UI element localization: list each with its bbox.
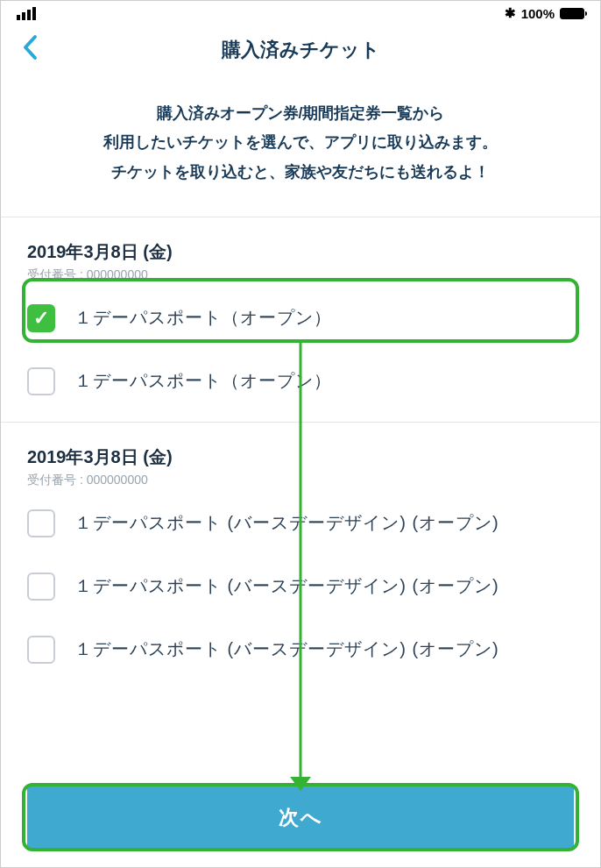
group-reference: 受付番号 : 000000000: [27, 473, 574, 488]
page-title: 購入済みチケット: [222, 37, 380, 63]
battery-percent: 100%: [521, 6, 555, 21]
ticket-checkbox[interactable]: [27, 367, 55, 395]
ticket-group: 2019年3月8日 (金) 受付番号 : 000000000 １デーパスポート …: [1, 423, 600, 690]
signal-icon: [17, 7, 36, 20]
chevron-left-icon: [22, 34, 38, 60]
ticket-label: １デーパスポート (バースデーデザイン) (オープン): [74, 634, 499, 664]
ticket-row[interactable]: １デーパスポート (バースデーデザイン) (オープン): [27, 488, 574, 551]
group-date: 2019年3月8日 (金): [27, 445, 574, 469]
status-bar: ✱ 100%: [1, 1, 600, 25]
battery-icon: [560, 8, 584, 19]
ticket-checkbox[interactable]: ✓: [27, 304, 55, 332]
ticket-label: １デーパスポート（オープン）: [74, 366, 332, 395]
intro-line: 購入済みオープン券/期間指定券一覧から: [27, 99, 574, 128]
ticket-checkbox[interactable]: [27, 509, 55, 537]
group-reference: 受付番号 : 000000000: [27, 267, 574, 283]
back-button[interactable]: [13, 31, 46, 69]
ticket-label: １デーパスポート (バースデーデザイン) (オープン): [74, 508, 499, 537]
ticket-row[interactable]: １デーパスポート（オープン）: [27, 346, 574, 409]
next-button-label: 次へ: [279, 804, 323, 831]
ticket-checkbox[interactable]: [27, 636, 55, 664]
ref-label: 受付番号 :: [27, 267, 83, 281]
ref-value: 000000000: [87, 473, 148, 487]
ticket-row[interactable]: ✓ １デーパスポート（オープン）: [27, 283, 574, 346]
ref-value: 000000000: [87, 267, 148, 281]
intro-line: チケットを取り込むと、家族や友だちにも送れるよ！: [27, 158, 574, 187]
ticket-group: 2019年3月8日 (金) 受付番号 : 000000000 ✓ １デーパスポー…: [1, 217, 600, 423]
ticket-label: １デーパスポート (バースデーデザイン) (オープン): [74, 571, 499, 601]
ref-label: 受付番号 :: [27, 473, 83, 487]
ticket-checkbox[interactable]: [27, 573, 55, 601]
status-signal: [17, 7, 36, 20]
nav-header: 購入済みチケット: [1, 25, 600, 75]
intro-line: 利用したいチケットを選んで、アプリに取り込みます。: [27, 128, 574, 157]
bluetooth-icon: ✱: [505, 5, 516, 21]
intro-text: 購入済みオープン券/期間指定券一覧から 利用したいチケットを選んで、アプリに取り…: [1, 75, 600, 217]
ticket-label: １デーパスポート（オープン）: [74, 302, 332, 332]
group-date: 2019年3月8日 (金): [27, 240, 574, 264]
ticket-row[interactable]: １デーパスポート (バースデーデザイン) (オープン): [27, 551, 574, 615]
checkmark-icon: ✓: [33, 307, 49, 330]
ticket-row[interactable]: １デーパスポート (バースデーデザイン) (オープン): [27, 615, 574, 678]
next-button[interactable]: 次へ: [27, 786, 574, 848]
status-right: ✱ 100%: [505, 5, 584, 21]
